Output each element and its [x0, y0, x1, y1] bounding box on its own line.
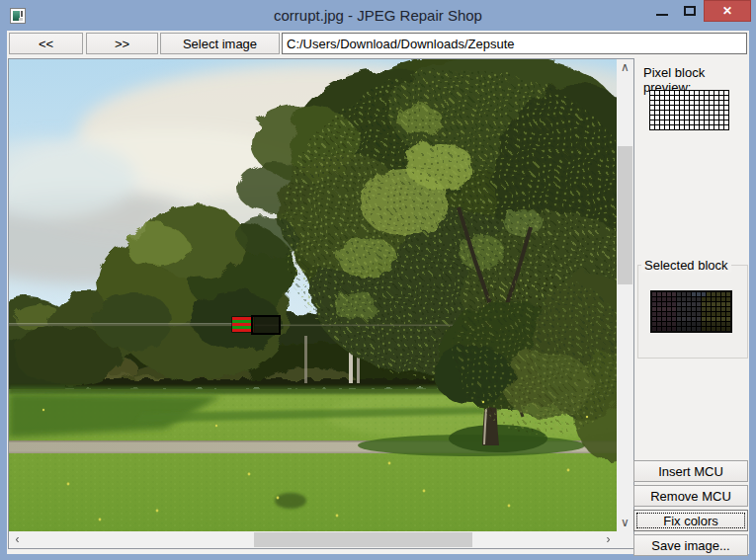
- vertical-scrollbar[interactable]: ∧ ∨: [617, 59, 633, 531]
- horizontal-scrollbar-thumb[interactable]: [254, 532, 472, 547]
- image-path-input[interactable]: [282, 33, 747, 54]
- scroll-left-button[interactable]: ‹: [9, 531, 26, 548]
- image-frame: ∧ ∨ ‹ ›: [8, 58, 634, 549]
- image-viewport[interactable]: [9, 59, 617, 531]
- window-title: corrupt.jpg - JPEG Repair Shop: [0, 0, 756, 31]
- fix-colors-button[interactable]: Fix colors: [633, 510, 748, 531]
- horizontal-scrollbar[interactable]: ‹ ›: [9, 531, 617, 548]
- select-directory-button[interactable]: Select image directory...: [160, 33, 280, 54]
- maximize-button[interactable]: [677, 0, 703, 22]
- vertical-scrollbar-thumb[interactable]: [618, 146, 632, 284]
- pixel-block-preview-grid: [649, 90, 729, 130]
- save-image-button[interactable]: Save image...: [633, 534, 748, 556]
- scrollbar-corner: [617, 531, 633, 548]
- insert-mcu-button[interactable]: Insert MCU: [633, 460, 748, 482]
- previous-image-button[interactable]: <<: [9, 33, 83, 54]
- selected-block-label: Selected block: [641, 258, 731, 273]
- scroll-up-button[interactable]: ∧: [617, 59, 633, 76]
- title-bar[interactable]: corrupt.jpg - JPEG Repair Shop ✕: [0, 0, 756, 31]
- scroll-down-button[interactable]: ∨: [617, 515, 633, 531]
- next-image-button[interactable]: >>: [86, 33, 158, 54]
- selected-block-grid: [650, 290, 732, 333]
- scroll-right-button[interactable]: ›: [600, 531, 617, 548]
- close-icon: ✕: [722, 4, 732, 18]
- selected-block-outline[interactable]: [252, 316, 280, 334]
- app-window: corrupt.jpg - JPEG Repair Shop ✕ << >> S…: [0, 0, 756, 560]
- minimize-button[interactable]: [647, 0, 677, 22]
- remove-mcu-button[interactable]: Remove MCU: [633, 485, 748, 507]
- maximize-icon: [684, 6, 696, 16]
- client-area: << >> Select image directory...: [7, 31, 749, 554]
- close-button[interactable]: ✕: [704, 0, 751, 22]
- minimize-icon: [656, 14, 668, 16]
- corrupted-photo[interactable]: [9, 59, 617, 531]
